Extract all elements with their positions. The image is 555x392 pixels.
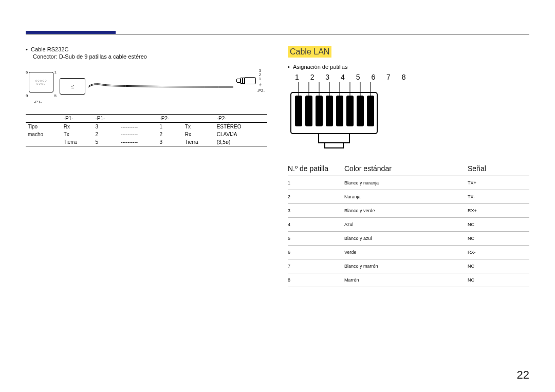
lan-table-body: 1Blanco y naranjaTX+2NaranjaTX-3Blanco y… — [288, 176, 529, 287]
table-row: macho Tx 2 ---------- 2 Rx CLAVIJA — [26, 130, 267, 138]
rs232c-bullet-text: Cable RS232C — [31, 46, 68, 52]
jack-pin-3: 3 — [259, 69, 261, 73]
left-column: •Cable RS232C Conector: D-Sub de 9 patil… — [26, 46, 267, 287]
svg-rect-1 — [295, 96, 302, 126]
right-column: Cable LAN •Asignación de patillas 1 2 3 … — [288, 46, 529, 287]
svg-rect-6 — [346, 96, 354, 126]
table-row: 4AzulNC — [288, 218, 529, 232]
rs232c-diagram: 6 1 ○○○○○○○○○ 9 5 -P1- IN — [26, 66, 267, 107]
dsub-pin-5: 5 — [54, 94, 57, 98]
rs232c-bullet: •Cable RS232C — [26, 46, 267, 52]
lan-th-pin: N.º de patilla — [288, 164, 344, 173]
rj45-connector-icon — [288, 82, 380, 149]
dsub-pin-9: 9 — [26, 94, 28, 98]
svg-rect-8 — [367, 96, 374, 126]
rs232c-subtext: Conector: D-Sub de 9 patillas a cable es… — [33, 53, 267, 60]
rs232c-in-connector-icon: IN — [60, 78, 85, 95]
lan-bullet-text: Asignación de patillas — [293, 64, 347, 70]
svg-rect-2 — [305, 96, 312, 126]
svg-rect-4 — [326, 96, 333, 126]
jack-pin-labels: 3 2 1 — [259, 69, 261, 81]
header-rule — [26, 34, 529, 34]
svg-rect-3 — [316, 96, 323, 126]
table-row: -P1- -P1- -P2- -P2- — [26, 115, 267, 123]
dsub-shape-icon: ○○○○○○○○○ — [29, 72, 53, 92]
table-row: 5Blanco y azulNC — [288, 232, 529, 246]
table-row: 7Blanco y marrónNC — [288, 259, 529, 273]
svg-rect-5 — [336, 96, 343, 126]
dsub-connector: 6 1 ○○○○○○○○○ 9 5 -P1- — [26, 66, 57, 107]
table-row: 8MarrónNC — [288, 273, 529, 287]
stereo-jack: 3 2 1 ⏚ -P2- — [236, 66, 267, 107]
jack-pin-2: 2 — [259, 73, 261, 77]
rj45-diagram: 1 2 3 4 5 6 7 8 — [288, 73, 529, 151]
table-row: Tierra 5 ---------- 3 Tierra (3,5ø) — [26, 138, 267, 146]
table-row: 1Blanco y naranjaTX+ — [288, 176, 529, 190]
ground-icon: ⏚ — [259, 82, 262, 87]
lan-bullet: •Asignación de patillas — [288, 64, 529, 70]
svg-rect-0 — [291, 92, 377, 134]
cable-lan-heading: Cable LAN — [288, 46, 331, 58]
lan-table-header: N.º de patilla Color estándar Señal — [288, 160, 529, 176]
lan-th-color: Color estándar — [344, 164, 468, 173]
dsub-p1-label: -P1- — [34, 100, 42, 104]
in-label: IN — [70, 84, 75, 88]
cable-icon — [88, 81, 233, 91]
table-row: 3Blanco y verdeRX+ — [288, 204, 529, 218]
jack-icon — [236, 77, 257, 84]
svg-rect-7 — [357, 96, 364, 126]
table-row: 2NaranjaTX- — [288, 190, 529, 204]
table-row: 6VerdeRX- — [288, 246, 529, 259]
jack-pin-1: 1 — [259, 77, 261, 81]
dsub-pin-1: 1 — [54, 70, 57, 74]
jack-p2-label: -P2- — [257, 88, 265, 93]
lan-th-signal: Señal — [468, 164, 529, 173]
dsub-pin-6: 6 — [26, 70, 28, 74]
page-number: 22 — [517, 368, 529, 382]
rj45-pin-numbers: 1 2 3 4 5 6 7 8 — [295, 73, 529, 81]
rs232c-pinout-table: -P1- -P1- -P2- -P2- Tipo Rx 3 ----------… — [26, 114, 267, 146]
table-row: Tipo Rx 3 ---------- 1 Tx ESTÉREO — [26, 123, 267, 130]
